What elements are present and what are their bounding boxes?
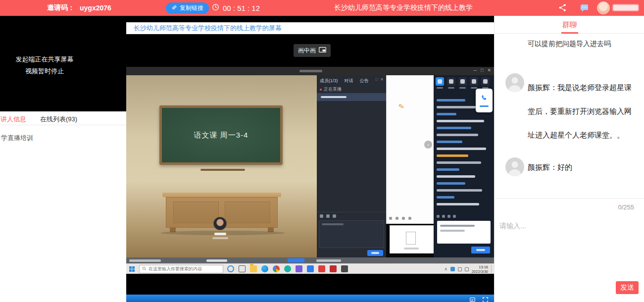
show-desktop-sliver — [491, 265, 493, 273]
avatar — [505, 73, 524, 92]
app-root: 邀请码： uygx2076 复制链接 00 : 51 : 12 长沙幼儿师范高等… — [0, 0, 644, 302]
tray-network-icon — [458, 267, 462, 271]
call-label-decor — [480, 105, 489, 107]
teacher-name-decor — [214, 233, 226, 235]
app-icon — [341, 265, 348, 272]
presenter-video-area: 发起端正在共享屏幕 视频暂时停止 — [0, 16, 126, 111]
invite-code-label: 邀请码： — [47, 3, 75, 12]
call-popup — [476, 89, 493, 112]
copy-link-button[interactable]: 复制链接 — [166, 2, 209, 14]
pip-icon — [319, 47, 326, 54]
tab-notice: 公告 — [360, 78, 369, 84]
tab-dialog: 对话 — [345, 78, 353, 84]
taskbar-search: 在这里输入你要搜索的内容 — [139, 265, 223, 273]
chalkboard-text: 语文课 周一3-4 — [194, 131, 248, 140]
chat-tool-icon — [470, 77, 478, 86]
member-panel-tabs: 成员(1/3) 对话 公告 — [320, 78, 369, 84]
pencil-icon: ✎ — [397, 102, 405, 111]
scroll-arrow-icon: › — [424, 141, 432, 149]
session-timer-value: 00 : 51 : 12 — [223, 4, 260, 12]
tab-underline — [561, 32, 578, 34]
member-row-highlight — [317, 93, 386, 101]
tab-members: 成员(1/3) — [320, 78, 338, 84]
chat-tool-icon — [458, 77, 467, 86]
tab-group-chat[interactable]: 群聊 — [562, 20, 577, 30]
member-chat-tools — [320, 214, 336, 218]
window-controls: ─ □ ✕ — [474, 68, 491, 73]
tab-speaker-info[interactable]: 讲人信息 — [0, 115, 26, 124]
sharing-status-strip — [126, 257, 494, 263]
left-tab-bar: 讲人信息 在线列表(93) — [0, 111, 126, 125]
chat-message: 可以提前把问题导入进去吗 — [528, 40, 611, 49]
left-panel-body: 学直播培训 — [0, 125, 126, 302]
group-chat-panel: 群聊 可以提前把问题导入进去吗 颜振辉：我是说老师登录超星课堂后，要重新打开浏览… — [494, 16, 644, 302]
teacher-desk-top — [162, 193, 281, 197]
edge-icon — [261, 265, 268, 272]
tray-time: 13:16 — [479, 265, 488, 269]
task-view-icon — [239, 265, 246, 272]
screen-source-bar: 长沙幼儿师范高等专业学校疫情下的线上教学的屏幕 — [126, 22, 494, 34]
live-dot — [320, 89, 322, 91]
inner-chat-toolbar — [436, 77, 490, 86]
inner-chat-input-tools — [437, 215, 456, 218]
file-name-decor — [404, 248, 419, 250]
phone-icon — [481, 95, 488, 103]
file-card — [390, 225, 434, 253]
desk-panel-right — [225, 201, 270, 223]
chat-tool-icon — [436, 77, 444, 86]
pip-label: 画中画 — [298, 47, 316, 55]
system-tray: ∧ 13:16 2022/3/30 — [445, 265, 493, 273]
shared-desktop-frame: ─ □ ✕ 语文课 周一3-4 — [126, 67, 494, 275]
chat-message: 颜振辉：好的 — [528, 163, 572, 172]
char-counter: 0/255 — [618, 203, 634, 211]
chat-bubble-icon[interactable] — [580, 4, 589, 14]
app-icon — [318, 265, 325, 272]
member-window-controls: □ ✕ — [375, 77, 384, 82]
cortana-icon — [227, 265, 234, 272]
file-page-icon — [406, 232, 416, 245]
clock-icon — [212, 3, 219, 12]
maximize-icon: □ — [481, 68, 483, 73]
tray-clock: 13:16 2022/3/30 — [472, 265, 488, 274]
document-panel: ✎ › — [386, 75, 434, 224]
screen-source-link[interactable]: 长沙幼儿师范高等专业学校疫情下的线上教学的屏幕 — [134, 24, 282, 33]
app-icon — [307, 265, 314, 272]
quality-icon[interactable] — [470, 296, 475, 302]
app-icon — [296, 265, 302, 272]
window-title-decor — [299, 70, 322, 72]
user-avatar[interactable] — [597, 1, 610, 14]
app-icon — [330, 265, 337, 272]
inner-send-button — [471, 247, 490, 253]
topbar: 邀请码： uygx2076 复制链接 00 : 51 : 12 长沙幼儿师范高等… — [0, 0, 644, 16]
chat-message: 颜振辉：我是说老师登录超星课堂后，要重新打开浏览器输入网址进入超星个人老师课堂。… — [528, 76, 636, 147]
training-list-item[interactable]: 学直播培训 — [1, 134, 33, 143]
pip-button[interactable]: 画中画 — [294, 44, 331, 57]
windows-taskbar: 在这里输入你要搜索的内容 ∧ — [126, 263, 494, 274]
chalkboard-tray — [200, 169, 245, 171]
live-status: 正在直播 — [320, 86, 342, 93]
search-placeholder: 在这里输入你要搜索的内容 — [149, 266, 202, 272]
close-icon: ✕ — [487, 68, 491, 73]
message-input[interactable] — [497, 215, 640, 289]
taskbar-app-icons — [227, 265, 348, 272]
start-button-icon — [129, 266, 135, 272]
tray-expand-icon: ∧ — [445, 267, 447, 271]
app-icon — [284, 265, 291, 272]
minimize-icon: ─ — [474, 68, 477, 73]
invite-code: 邀请码： uygx2076 — [47, 0, 111, 16]
share-icon[interactable] — [558, 3, 567, 14]
fullscreen-icon[interactable] — [483, 296, 488, 302]
chalkboard: 语文课 周一3-4 — [159, 105, 283, 165]
tab-online-list[interactable]: 在线列表(93) — [40, 115, 77, 124]
tray-date: 2022/3/30 — [472, 269, 488, 274]
chrome-icon — [273, 265, 280, 272]
send-button[interactable]: 发送 — [616, 281, 639, 294]
window-titlebar: ─ □ ✕ — [126, 67, 494, 75]
inner-chat-input-box — [437, 221, 491, 244]
member-chat-input — [319, 220, 384, 248]
close-icon: ✕ — [380, 77, 384, 82]
session-timer: 00 : 51 : 12 — [212, 0, 260, 16]
user-name-blurred — [613, 4, 639, 11]
explorer-icon — [250, 265, 257, 272]
tray-app-icon — [450, 267, 455, 271]
